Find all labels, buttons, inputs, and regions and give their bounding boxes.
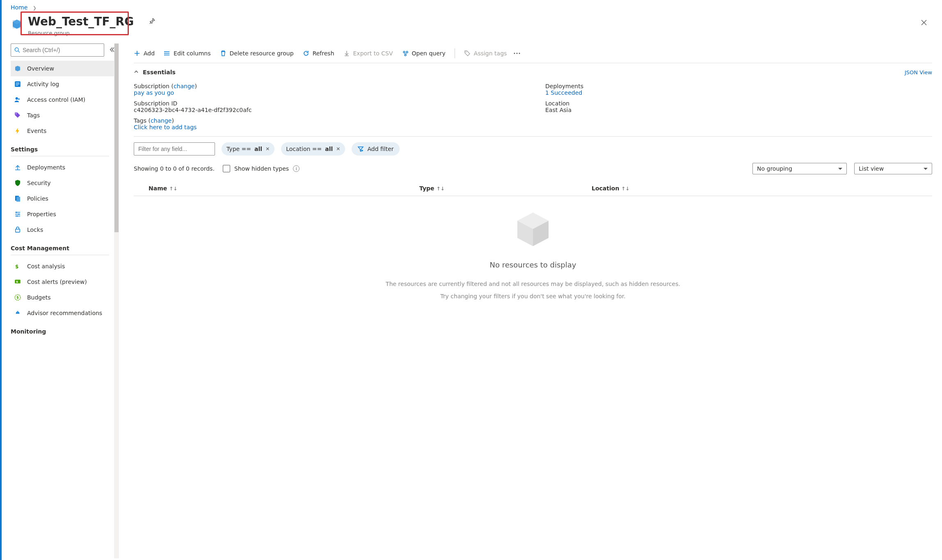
- sidebar-item-budgets[interactable]: $ Budgets: [11, 290, 115, 305]
- sidebar-separator: [11, 255, 109, 255]
- activity-log-icon: [13, 80, 22, 88]
- assign-tags-button[interactable]: Assign tags: [464, 50, 507, 57]
- cost-alerts-icon: $: [13, 278, 22, 286]
- advisor-icon: [13, 309, 22, 317]
- add-button[interactable]: Add: [134, 50, 155, 57]
- sidebar-item-label: Policies: [27, 195, 48, 202]
- empty-title: No resources to display: [134, 261, 932, 269]
- sidebar-item-iam[interactable]: Access control (IAM): [11, 92, 115, 107]
- edit-columns-button[interactable]: Edit columns: [164, 50, 210, 57]
- cost-analysis-icon: $: [13, 263, 22, 270]
- view-dropdown[interactable]: List view: [854, 163, 932, 174]
- pin-icon[interactable]: [149, 17, 156, 26]
- sidebar-group-monitoring: Monitoring: [11, 328, 115, 335]
- sidebar-scrollbar[interactable]: [114, 43, 119, 558]
- refresh-button[interactable]: Refresh: [303, 50, 334, 57]
- filter-add-icon: [357, 146, 364, 152]
- sidebar-item-label: Budgets: [27, 294, 51, 301]
- sidebar-item-activity-log[interactable]: Activity log: [11, 76, 115, 92]
- subscription-id-value: c4206323-2bc4-4732-a41e-df2f392c0afc: [134, 107, 252, 113]
- tag-icon: [464, 50, 471, 57]
- page-title: Web_Test_TF_RG: [28, 15, 134, 28]
- sidebar-group-cost: Cost Management: [11, 245, 115, 251]
- sidebar-item-policies[interactable]: Policies: [11, 191, 115, 206]
- svg-point-6: [18, 98, 20, 100]
- filter-input[interactable]: [134, 142, 215, 155]
- filter-row: Type == all ✕ Location == all ✕ Add filt…: [134, 142, 932, 155]
- empty-state: No resources to display The resources ar…: [134, 196, 932, 322]
- sidebar-item-tags[interactable]: Tags: [11, 107, 115, 123]
- filter-pill-location[interactable]: Location == all ✕: [281, 142, 345, 155]
- column-name[interactable]: Name ↑↓: [149, 185, 337, 192]
- svg-point-22: [164, 55, 165, 55]
- svg-point-23: [403, 51, 405, 53]
- svg-point-0: [15, 48, 18, 51]
- essentials-grid: Subscription (change) pay as you go Depl…: [134, 83, 932, 130]
- svg-point-25: [405, 54, 406, 56]
- toolbar: Add Edit columns Delete resource group R…: [134, 43, 932, 63]
- search-icon: [14, 47, 20, 53]
- page-subtitle: Resource group: [28, 30, 917, 36]
- breadcrumb-home-link[interactable]: Home: [11, 4, 27, 11]
- close-icon[interactable]: ✕: [336, 146, 340, 152]
- json-view-link[interactable]: JSON View: [905, 69, 932, 75]
- sidebar-search[interactable]: [11, 43, 104, 57]
- main-content: Add Edit columns Delete resource group R…: [119, 43, 942, 558]
- breadcrumb: Home ❯: [0, 0, 942, 13]
- sidebar-item-label: Cost alerts (preview): [27, 279, 87, 285]
- sidebar-item-label: Overview: [27, 65, 54, 72]
- sidebar-item-cost-alerts[interactable]: $ Cost alerts (preview): [11, 274, 115, 290]
- sidebar-search-input[interactable]: [23, 47, 101, 53]
- sidebar-item-properties[interactable]: Properties: [11, 206, 115, 222]
- sidebar-item-label: Activity log: [27, 81, 59, 87]
- delete-resource-group-button[interactable]: Delete resource group: [220, 50, 294, 57]
- empty-line2: Try changing your filters if you don't s…: [134, 293, 932, 299]
- essentials-label: Essentials: [143, 69, 176, 75]
- essentials-divider: [134, 136, 932, 137]
- svg-text:$: $: [16, 295, 19, 299]
- svg-rect-13: [16, 229, 20, 233]
- svg-point-19: [17, 311, 19, 313]
- deployments-value-link[interactable]: 1 Succeeded: [545, 89, 582, 96]
- add-filter-button[interactable]: Add filter: [352, 142, 399, 155]
- sidebar-item-overview[interactable]: Overview: [11, 61, 115, 76]
- sidebar-item-locks[interactable]: Locks: [11, 222, 115, 238]
- toolbar-divider: [455, 48, 455, 58]
- svg-text:$: $: [16, 280, 18, 283]
- tags-label: Tags: [134, 117, 146, 124]
- sidebar-item-cost-analysis[interactable]: $ Cost analysis: [11, 258, 115, 274]
- column-location[interactable]: Location ↑↓: [592, 185, 629, 192]
- sidebar-item-label: Advisor recommendations: [27, 310, 102, 316]
- svg-point-26: [466, 52, 466, 53]
- svg-point-5: [16, 97, 18, 100]
- resource-group-icon: [11, 18, 23, 30]
- column-type[interactable]: Type ↑↓: [419, 185, 510, 192]
- sidebar-item-advisor[interactable]: Advisor recommendations: [11, 305, 115, 321]
- location-value: East Asia: [545, 107, 572, 113]
- svg-point-7: [16, 113, 16, 114]
- open-query-button[interactable]: Open query: [402, 50, 446, 57]
- subscription-value-link[interactable]: pay as you go: [134, 89, 174, 96]
- tags-change-link[interactable]: change: [151, 117, 172, 124]
- subscription-label: Subscription: [134, 83, 169, 89]
- filter-pill-type[interactable]: Type == all ✕: [222, 142, 274, 155]
- iam-icon: [13, 96, 22, 103]
- more-button[interactable]: [513, 52, 521, 55]
- properties-icon: [13, 210, 22, 218]
- deployments-icon: [13, 164, 22, 171]
- close-icon[interactable]: ✕: [265, 146, 270, 152]
- sidebar-item-events[interactable]: Events: [11, 123, 115, 139]
- chevron-up-icon[interactable]: [134, 69, 139, 75]
- export-csv-button[interactable]: Export to CSV: [343, 50, 393, 57]
- sidebar-item-label: Events: [27, 128, 46, 134]
- grouping-dropdown[interactable]: No grouping: [752, 163, 847, 174]
- tags-icon: [13, 112, 22, 119]
- tags-add-link[interactable]: Click here to add tags: [134, 124, 197, 130]
- close-icon[interactable]: [917, 15, 931, 32]
- show-hidden-checkbox[interactable]: [223, 165, 230, 172]
- subscription-change-link[interactable]: change: [174, 83, 195, 89]
- sidebar-item-deployments[interactable]: Deployments: [11, 160, 115, 175]
- budgets-icon: $: [13, 294, 22, 301]
- info-icon[interactable]: i: [293, 165, 300, 172]
- sidebar-item-security[interactable]: Security: [11, 175, 115, 191]
